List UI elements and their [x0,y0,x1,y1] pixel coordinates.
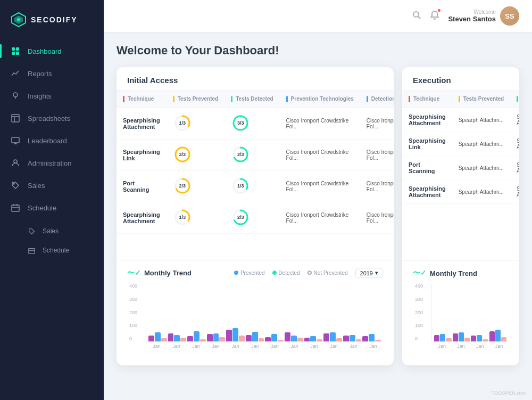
svg-point-22 [413,12,419,17]
tests-prevented-cell: 1/3 [167,108,225,140]
col-detection-tech: Detection Technologies [360,91,394,108]
sidebar-item-dashboard[interactable]: Dashboard [0,40,104,62]
sidebar-item-leaderboard[interactable]: Leaderboard [0,129,104,152]
technique-cell: Spearphising Attachment [402,180,452,204]
execution-header: Execution [402,67,519,91]
calendar-icon [11,203,20,213]
grid-icon [11,46,20,56]
legend-detected: Detected [272,270,300,276]
page-title: Welcome to Your Dashboard! [117,44,519,58]
col-tests-prevented: Tests Prevented [167,91,225,108]
welcome-label: Welcome [448,9,496,15]
svg-rect-6 [16,52,19,55]
tag-icon [11,181,20,190]
technique-cell: Spearphising Attachment [117,108,167,140]
exec-chart-area: 4003002001000 JanJanJanJan [413,283,509,358]
legend-prevented: Prevented [234,270,265,276]
wave-icon: 〜✓ [127,268,141,278]
detection-tech-cell: Cisco Ironport Crowdstrike Fol... [360,140,394,171]
logo-icon [11,12,27,28]
table-row: Spearphising Attachment Spearph Attachm.… [402,108,519,132]
tests-prevented-cell: Spearph Attachm... [452,132,511,156]
sub-nav-item-schedule[interactable]: Schedule [16,241,104,260]
table-row: Spearphising Attachment Spearph Attachm.… [402,180,519,204]
notification-bell[interactable] [430,10,439,22]
user-text: Welcome Steven Santos [448,9,496,23]
execution-title: Execution [413,76,509,85]
svg-rect-8 [12,115,19,122]
tests-prevented-cell: Spearph Attachm... [452,180,511,204]
tests-prevented-cell: Spearph Attachm... [452,156,511,180]
exec-trend-title: 〜✓ Monthly Trend [413,268,477,278]
top-header: Welcome Steven Santos SS [104,0,532,32]
execution-table: Technique Tests Prevented Tests Detec...… [402,91,519,204]
initial-access-title: Initial Access [127,76,383,85]
user-name: Steven Santos [448,15,496,23]
user-profile[interactable]: Welcome Steven Santos SS [448,6,519,26]
year-select[interactable]: 2019 ▾ [355,268,383,278]
monthly-trend-section: 〜✓ Monthly Trend Prevented Detected Not … [117,260,394,365]
avatar: SS [500,6,519,26]
initial-access-header: Initial Access [117,67,394,91]
sidebar-item-administration[interactable]: Administration [0,152,104,174]
sidebar-item-sales[interactable]: Sales [0,174,104,197]
technique-cell: Port Scanning [402,156,452,180]
initial-access-table-container: Technique Tests Prevented Tests Detected… [117,91,394,260]
logo-text: SECODIFY [31,15,78,24]
svg-rect-3 [12,47,15,51]
table-icon [11,113,20,123]
technique-cell: Port Scanning [117,171,167,202]
tests-prevented-cell: Spearph Attachm... [452,108,511,132]
detection-tech-cell: Cisco Ironport Crowdstrike Fol... [360,171,394,202]
tests-detected-cell: 2/3 [225,140,279,171]
sidebar-item-schedule[interactable]: Schedule [0,197,104,219]
svg-point-15 [13,183,14,184]
calendar-sub-icon [27,246,36,255]
trend-title: 〜✓ Monthly Trend [127,268,192,278]
tests-detected-cell: Spearph Attachm... [510,132,519,156]
search-icon[interactable] [412,10,421,22]
col-tests-detected: Tests Detected [225,91,279,108]
sidebar-nav: Dashboard Reports Insights [0,37,104,400]
exec-col-tests-detected: Tests Detec... [510,91,519,108]
sidebar-item-spreadsheets[interactable]: Spreadsheets [0,107,104,129]
initial-access-card: Initial Access Technique Tests Prevented… [117,67,394,365]
exec-trend-header: 〜✓ Monthly Trend [413,268,509,278]
svg-point-2 [17,18,20,21]
legend-not-prevented: Not Prevented [307,270,348,276]
execution-table-container: Technique Tests Prevented Tests Detec...… [402,91,519,260]
tests-prevented-cell: 2/3 [167,171,225,202]
sidebar-item-label: Dashboard [28,47,62,55]
sidebar-item-label: Sales [28,182,45,190]
exec-col-technique: Technique [402,91,452,108]
svg-rect-5 [12,52,15,55]
sidebar-item-insights[interactable]: Insights [0,85,104,107]
table-row: Port Scanning 2/3 1/3 Cisco Ironport Cro… [117,171,394,202]
col-prevention-tech: Prevention Technologies [280,91,360,108]
sidebar-item-reports[interactable]: Reports [0,62,104,85]
detection-tech-cell: Cisco Ironport Crowdstrike Fol... [360,108,394,140]
prevention-tech-cell: Cisco Ironport Crowdstrike Fol... [280,171,360,202]
technique-cell: Spearphising Link [402,132,452,156]
technique-cell: Spearphising Link [117,140,167,171]
prevention-tech-cell: Cisco Ironport Crowdstrike Fol... [280,202,360,234]
trend-legend: Prevented Detected Not Prevented [234,270,348,276]
technique-cell: Spearphising Attachment [402,108,452,132]
tests-detected-cell: 3/3 [225,108,279,140]
sidebar-item-label: Leaderboard [28,137,67,145]
sub-nav-item-sales[interactable]: Sales [16,222,104,241]
main-content: Welcome Steven Santos SS Welcome to Your… [104,0,532,400]
table-row: Spearphising Attachment 1/3 3/3 Cisco Ir… [117,108,394,140]
detection-tech-cell: Cisco Ironport Crowdstrike Fol... [360,202,394,234]
watermark: TOOOPEN.com [492,390,526,396]
svg-rect-11 [12,137,19,143]
sidebar-item-label: Spreadsheets [28,115,70,123]
svg-line-23 [418,17,420,19]
table-row: Spearphising Link 3/3 2/3 Cisco Ironport… [117,140,394,171]
sub-nav-item-label: Schedule [43,247,69,254]
initial-access-table: Technique Tests Prevented Tests Detected… [117,91,394,234]
svg-rect-20 [28,248,34,254]
sub-nav: Sales Schedule [0,219,104,263]
col-technique: Technique [117,91,167,108]
prevention-tech-cell: Cisco Ironport Crowdstrike Fol... [280,140,360,171]
